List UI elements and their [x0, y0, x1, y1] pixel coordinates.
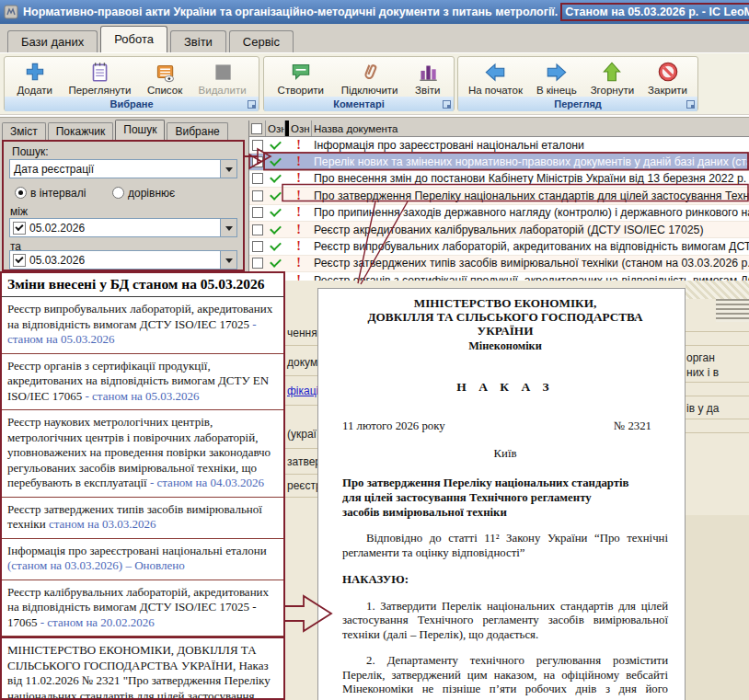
checkbox-icon[interactable]	[13, 222, 26, 235]
checkbox-icon[interactable]	[252, 241, 263, 252]
list-button[interactable]: Список	[144, 59, 186, 97]
checkbox-icon[interactable]	[252, 207, 263, 218]
pane-link-fragment[interactable]: фікаці	[287, 384, 318, 397]
chevron-down-icon[interactable]	[220, 219, 236, 236]
pane-fragment: них і в	[686, 366, 719, 379]
changes-item[interactable]: Реєстр випробувальних лабораторій, акред…	[2, 297, 283, 354]
changes-item-highlighted[interactable]: МІНІСТЕРСТВО ЕКОНОМІКИ, ДОВКІЛЛЯ ТА СІЛЬ…	[2, 637, 283, 700]
close-button-label: Закрити	[648, 85, 687, 96]
radio-icon[interactable]	[15, 187, 27, 199]
list-eye-icon	[153, 60, 177, 84]
chevron-down-icon[interactable]	[220, 160, 236, 178]
date-from-value: 05.02.2026	[26, 222, 220, 235]
go-start-button[interactable]: На початок	[465, 59, 526, 97]
radio-icon[interactable]	[112, 187, 124, 199]
changes-item[interactable]: Реєстр наукових метрологічних центрів, м…	[2, 410, 283, 498]
add-button[interactable]: Додати	[13, 59, 56, 97]
check-icon	[270, 257, 282, 269]
sidebar-tab-favorites[interactable]: Вибране	[167, 122, 227, 140]
menu-tab-work[interactable]: Робота	[100, 26, 167, 52]
changes-item[interactable]: Реєстр органів з сертифікації продукції,…	[2, 354, 283, 411]
column-header-name[interactable]: Назва документа	[312, 120, 749, 136]
checkbox-icon[interactable]	[252, 156, 263, 167]
pane-lower-block	[686, 515, 749, 700]
toolbar: Додати Переглянути Список Видалити Вибра…	[0, 52, 749, 115]
changes-item[interactable]: Реєстр калібрувальних лабораторій, акред…	[2, 580, 283, 637]
checkbox-icon[interactable]	[252, 173, 263, 184]
close-button[interactable]: Закрити	[644, 59, 691, 97]
list-row[interactable]: !Про внесення змін до постанови Кабінету…	[249, 171, 749, 188]
collapse-button[interactable]: Згорнути	[587, 59, 638, 97]
exclamation-icon: !	[296, 224, 301, 236]
date-from-field[interactable]: 05.02.2026	[9, 218, 237, 237]
notepad-icon	[87, 60, 111, 84]
check-icon	[270, 205, 282, 217]
pane-hatch	[686, 281, 749, 299]
exclamation-icon: !	[296, 189, 301, 202]
delete-button[interactable]: Видалити	[195, 59, 250, 97]
splitter-handle[interactable]	[716, 299, 749, 322]
checkbox-icon[interactable]	[251, 123, 262, 134]
dialog-launcher-icon[interactable]	[248, 100, 256, 109]
sidebar-tab-search[interactable]: Пошук	[115, 120, 165, 140]
list-row[interactable]: !Реєстр органів з сертифікації продукції…	[249, 272, 749, 281]
date-to-value: 05.03.2026	[26, 254, 220, 267]
list-row-selected[interactable]: !Перелік нових та змінених нормативно-пр…	[249, 154, 749, 170]
create-comment-button[interactable]: Створити	[274, 59, 328, 97]
changes-item[interactable]: Реєстр затверджених типів засобів вимірю…	[2, 498, 283, 539]
exclamation-icon: !	[296, 257, 301, 270]
chevron-down-icon[interactable]	[220, 251, 236, 269]
list-row[interactable]: !Реєстр акредитованих калібрувальних лаб…	[249, 222, 749, 238]
dialog-launcher-icon[interactable]	[443, 100, 451, 109]
checkbox-icon[interactable]	[252, 224, 263, 235]
title-highlight-annotation: Станом на 05.03.2026 р. - ІС LeoMETR 4..…	[560, 3, 749, 21]
go-end-button[interactable]: В кінець	[533, 59, 581, 97]
document-date: 11 лютого 2026 року	[342, 419, 445, 434]
list-row[interactable]: !Реєстр затверджених типів засобів вимір…	[249, 256, 749, 272]
checkbox-icon[interactable]	[13, 254, 26, 267]
radio-equals[interactable]: дорівнює	[112, 187, 175, 200]
attach-button[interactable]: Підключити	[338, 59, 402, 97]
menu-tab-service[interactable]: Сервіс	[229, 30, 294, 52]
sidebar-tab-bar: Зміст Покажчик Пошук Вибране	[2, 120, 247, 140]
check-icon	[270, 172, 282, 184]
menu-tab-databases[interactable]: Бази даних	[7, 30, 98, 52]
go-start-label: На початок	[468, 85, 523, 96]
bar-chart-icon	[416, 60, 440, 84]
document-order-word: НАКАЗУЮ:	[342, 573, 668, 588]
collapse-button-label: Згорнути	[591, 85, 634, 96]
view-button[interactable]: Переглянути	[64, 59, 134, 97]
document-date-row: 11 лютого 2026 року № 2321	[342, 419, 668, 434]
list-row[interactable]: !Про затвердження Переліку національних …	[249, 188, 749, 204]
toolbar-group-favorites: Додати Переглянути Список Видалити Вибра…	[4, 56, 259, 111]
sidebar-tab-index[interactable]: Покажчик	[48, 122, 114, 140]
list-row[interactable]: !Реєстр випробувальних лабораторій, акре…	[249, 238, 749, 255]
document-item: 1. Затвердити Перелік національних станд…	[342, 600, 668, 643]
checkbox-icon[interactable]	[252, 190, 263, 201]
header-checkbox-cell[interactable]	[249, 120, 266, 136]
checkbox-icon[interactable]	[252, 140, 263, 151]
group-caption-comments: Коментарі	[264, 97, 454, 111]
title-bar[interactable]: Нормативно-правові акти України та орган…	[0, 0, 749, 24]
radio-in-interval[interactable]: в інтервалі	[15, 187, 86, 200]
menu-tab-reports[interactable]: Звіти	[170, 30, 226, 52]
checkbox-icon[interactable]	[252, 258, 263, 269]
column-header-ozn2[interactable]: Озн	[289, 120, 312, 136]
go-end-label: В кінець	[536, 85, 577, 96]
sidebar-tab-contents[interactable]: Зміст	[2, 122, 46, 140]
search-field-select[interactable]: Дата реєстрації	[9, 159, 237, 178]
toolbar-group-view: На початок В кінець Згорнути Закрити Пер…	[457, 56, 698, 111]
document-city: Київ	[342, 447, 668, 462]
document-preview[interactable]: МІНІСТЕРСТВО ЕКОНОМІКИ, ДОВКІЛЛЯ ТА СІЛЬ…	[317, 288, 686, 700]
changes-item[interactable]: Інформація про зареєстровані національні…	[2, 539, 283, 580]
list-row[interactable]: !Про припинення заходів державного нагля…	[249, 205, 749, 222]
date-to-field[interactable]: 05.03.2026	[9, 250, 237, 270]
comment-reports-button[interactable]: Звіти	[411, 59, 444, 97]
group-caption-favorites: Вибране	[5, 97, 259, 111]
window-title: Нормативно-правові акти України та орган…	[23, 3, 749, 21]
dialog-launcher-icon[interactable]	[686, 100, 695, 109]
exclamation-icon: !	[296, 172, 301, 185]
list-header: Озн Озн Назва документа	[249, 120, 749, 137]
column-header-ozn1[interactable]: Озн	[266, 120, 285, 136]
list-row[interactable]: !Інформація про зареєстровані національн…	[249, 137, 749, 154]
